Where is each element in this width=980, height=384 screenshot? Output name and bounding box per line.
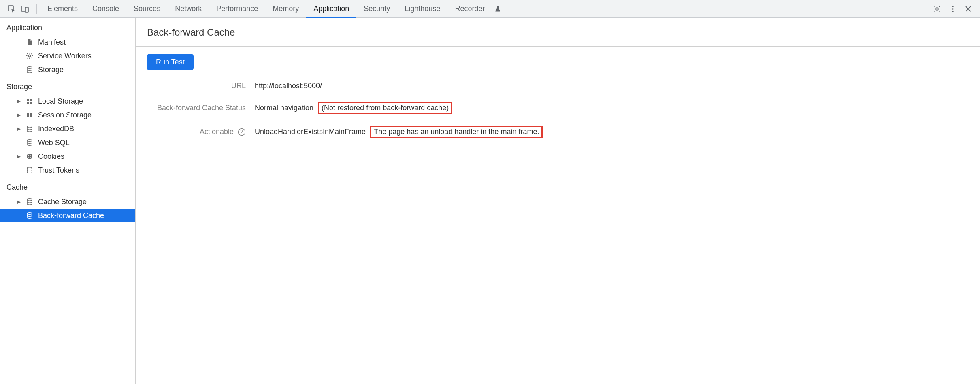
tabbar-divider [36, 4, 37, 14]
inspect-element-icon[interactable] [7, 5, 15, 13]
database-icon [25, 197, 34, 206]
sidebar-item-label: Service Workers [38, 52, 92, 60]
svg-point-28 [241, 134, 242, 134]
sidebar-item-back-forward-cache[interactable]: Back-forward Cache [0, 209, 135, 222]
status-value-highlight: (Not restored from back-forward cache) [318, 102, 452, 114]
tab-security[interactable]: Security [356, 0, 397, 17]
sidebar-item-label: Cookies [38, 152, 64, 161]
tab-lighthouse[interactable]: Lighthouse [397, 0, 447, 17]
sidebar-group-title: Cache [0, 177, 135, 195]
sidebar-item-label: Local Storage [38, 97, 83, 106]
svg-point-4 [952, 6, 954, 7]
tab-memory[interactable]: Memory [265, 0, 306, 17]
sidebar-item-session-storage[interactable]: ▶Session Storage [0, 108, 135, 122]
svg-rect-9 [27, 99, 29, 101]
sidebar-item-label: IndexedDB [38, 125, 74, 133]
actionable-label: Actionable [200, 126, 246, 138]
status-value: Normal navigation (Not restored from bac… [255, 102, 969, 114]
application-sidebar: ApplicationManifestService WorkersStorag… [0, 18, 136, 384]
grid-icon [25, 111, 34, 119]
file-icon [25, 38, 34, 47]
close-icon[interactable] [965, 5, 972, 13]
database-icon [25, 124, 34, 133]
help-icon[interactable] [238, 128, 246, 136]
sidebar-item-cache-storage[interactable]: ▶Cache Storage [0, 195, 135, 209]
caret-icon: ▶ [16, 98, 21, 104]
tab-recorder[interactable]: Recorder [447, 0, 492, 17]
database-icon [25, 166, 34, 175]
sidebar-group-title: Storage [0, 77, 135, 94]
url-value: http://localhost:5000/ [255, 82, 969, 90]
sidebar-item-storage[interactable]: Storage [0, 63, 135, 77]
actionable-reason-code: UnloadHandlerExistsInMainFrame [255, 128, 366, 136]
svg-point-20 [28, 155, 29, 156]
svg-point-19 [27, 154, 32, 159]
gear-icon[interactable] [933, 5, 941, 13]
sidebar-item-indexeddb[interactable]: ▶IndexedDB [0, 122, 135, 136]
svg-rect-13 [27, 113, 29, 115]
tabbar-right-icons [928, 5, 977, 13]
tab-elements[interactable]: Elements [40, 0, 85, 17]
svg-point-8 [27, 67, 32, 68]
svg-point-6 [952, 11, 954, 12]
database-icon [25, 138, 34, 147]
tab-performance[interactable]: Performance [209, 0, 265, 17]
tab-sources[interactable]: Sources [126, 0, 168, 17]
actionable-label-text: Actionable [200, 128, 234, 136]
run-test-button[interactable]: Run Test [147, 54, 194, 70]
actionable-reason-text: The page has an unload handler in the ma… [370, 126, 543, 138]
sidebar-item-label: Manifest [38, 38, 66, 47]
svg-rect-15 [27, 115, 29, 117]
sidebar-item-web-sql[interactable]: Web SQL [0, 136, 135, 149]
sidebar-item-manifest[interactable]: Manifest [0, 35, 135, 49]
content-body: Run Test URL http://localhost:5000/ Back… [136, 47, 980, 145]
svg-point-7 [29, 55, 31, 57]
url-label: URL [231, 82, 246, 90]
svg-point-3 [936, 8, 938, 10]
database-icon [25, 65, 34, 74]
sidebar-item-trust-tokens[interactable]: Trust Tokens [0, 163, 135, 177]
svg-point-23 [28, 157, 29, 158]
tabbar-divider [925, 4, 925, 14]
sidebar-item-cookies[interactable]: ▶Cookies [0, 149, 135, 163]
caret-icon: ▶ [16, 154, 21, 159]
bfcache-details: URL http://localhost:5000/ Back-forward … [147, 82, 969, 138]
sidebar-item-label: Cache Storage [38, 198, 87, 206]
svg-point-25 [27, 199, 32, 201]
svg-rect-10 [30, 99, 32, 101]
sidebar-item-label: Back-forward Cache [38, 211, 104, 220]
svg-rect-14 [30, 113, 32, 115]
sidebar-item-label: Storage [38, 66, 64, 74]
devtools-tabbar: ElementsConsoleSourcesNetworkPerformance… [0, 0, 980, 18]
cookie-icon [25, 152, 34, 161]
page-title: Back-forward Cache [136, 18, 980, 46]
svg-point-18 [27, 140, 32, 141]
more-vert-icon[interactable] [949, 5, 957, 13]
recorder-flask-icon [494, 6, 501, 12]
status-value-prefix: Normal navigation [255, 104, 313, 112]
svg-point-24 [27, 167, 32, 169]
caret-icon: ▶ [16, 112, 21, 118]
sidebar-item-label: Web SQL [38, 139, 70, 147]
toggle-device-toolbar-icon[interactable] [21, 5, 29, 13]
tabs: ElementsConsoleSourcesNetworkPerformance… [40, 0, 492, 17]
actionable-value: UnloadHandlerExistsInMainFrame The page … [255, 126, 969, 138]
caret-icon: ▶ [16, 199, 21, 205]
svg-point-5 [952, 8, 954, 10]
status-label: Back-forward Cache Status [157, 102, 246, 114]
svg-rect-11 [27, 102, 29, 104]
svg-rect-2 [25, 7, 28, 12]
svg-point-17 [27, 126, 32, 128]
svg-point-26 [27, 213, 32, 214]
tab-application[interactable]: Application [306, 0, 356, 17]
tab-network[interactable]: Network [168, 0, 209, 17]
sidebar-item-service-workers[interactable]: Service Workers [0, 49, 135, 63]
svg-rect-16 [30, 115, 32, 117]
tab-console[interactable]: Console [85, 0, 126, 17]
sidebar-item-local-storage[interactable]: ▶Local Storage [0, 94, 135, 108]
sidebar-item-label: Trust Tokens [38, 166, 79, 175]
gear-icon [25, 51, 34, 60]
svg-point-22 [30, 157, 31, 158]
sidebar-item-label: Session Storage [38, 111, 92, 119]
svg-point-21 [30, 155, 31, 156]
